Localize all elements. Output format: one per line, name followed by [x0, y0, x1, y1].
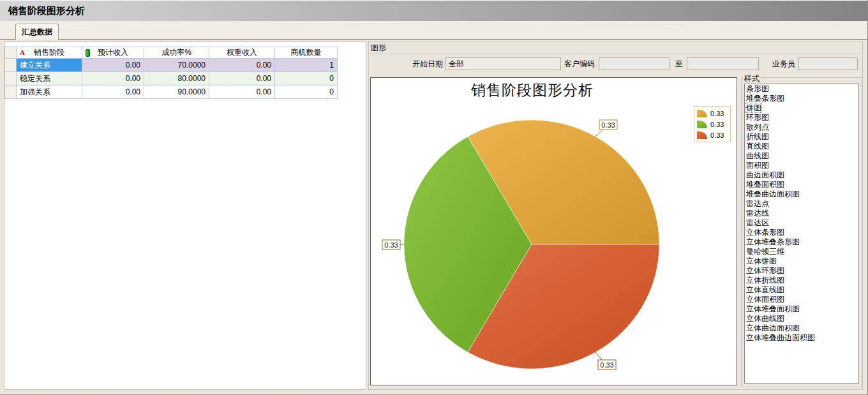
cell-weighted-income[interactable]: 0.00 [209, 86, 275, 99]
column-header-expected-income[interactable]: 预计收入 [82, 47, 144, 59]
row-indicator[interactable] [5, 72, 17, 86]
legend-value: 0.33 [710, 121, 724, 128]
chart-style-list[interactable]: 条形图堆叠条形图饼图环形图散列点折线图直线图曲线图面积图曲边面积图堆叠面积图堆叠… [744, 84, 859, 384]
style-item-label: 堆叠曲边面积图 [746, 190, 800, 198]
row-indicator[interactable] [5, 59, 17, 72]
style-item-label: 立体堆叠条形图 [746, 237, 800, 246]
style-item[interactable]: 堆叠曲边面积图 [745, 190, 858, 199]
style-item[interactable]: 雷达点 [745, 199, 858, 209]
style-item[interactable]: 立体曲线图 [745, 314, 858, 324]
column-header-label: 销售阶段 [34, 48, 64, 57]
style-item[interactable]: 立体条形图 [745, 228, 858, 237]
style-item[interactable]: 立体堆叠条形图 [745, 237, 858, 247]
style-item-label: 立体曲线图 [746, 314, 784, 323]
style-item[interactable]: 立体直线图 [745, 285, 858, 295]
style-item[interactable]: 折线图 [745, 132, 858, 142]
cell-stage[interactable]: 加强关系 [17, 86, 82, 99]
style-item[interactable]: 曲线图 [745, 151, 858, 161]
style-item[interactable]: 直线图 [745, 142, 858, 151]
cell-stage[interactable]: 稳定关系 [17, 72, 82, 86]
column-header-weighted-income[interactable]: 权重收入 [209, 47, 275, 59]
style-item[interactable]: 雷达区 [745, 218, 858, 228]
style-item[interactable]: 曲边面积图 [745, 170, 858, 180]
slice-label: 0.33 [595, 120, 617, 137]
column-header-stage[interactable]: A 销售阶段 [17, 47, 82, 59]
svg-text:0.33: 0.33 [600, 361, 613, 369]
to-label: 至 [675, 59, 684, 69]
legend-value: 0.33 [710, 131, 724, 139]
table-row[interactable]: 稳定关系0.0080.00000.000 [5, 72, 338, 86]
customer-code-label: 客户编码 [564, 59, 595, 69]
style-item[interactable]: 立体环形图 [745, 266, 858, 276]
table-row[interactable]: 建立关系0.0070.00000.001 [5, 59, 338, 72]
style-item[interactable]: 雷达线 [745, 209, 858, 218]
style-item[interactable]: 堆叠条形图 [745, 94, 858, 103]
legend-swatch-icon [697, 110, 707, 117]
style-item-label: 立体曲边面积图 [746, 324, 800, 332]
style-item-label: 立体堆叠曲边面积图 [746, 333, 815, 342]
cell-expected-income[interactable]: 0.00 [82, 59, 144, 72]
style-item-label: 折线图 [746, 132, 769, 141]
style-item[interactable]: 立体堆叠面积图 [745, 304, 858, 314]
legend-entry: 0.33 [697, 130, 730, 140]
style-item[interactable]: 面积图 [745, 161, 858, 170]
style-item[interactable]: 曼哈顿三维 [745, 247, 858, 257]
cell-success-rate[interactable]: 90.0000 [144, 86, 209, 99]
svg-text:0.33: 0.33 [384, 241, 398, 249]
style-item-label: 雷达线 [746, 209, 769, 218]
cell-opportunity-count[interactable]: 0 [275, 72, 338, 86]
style-item[interactable]: 立体堆叠曲边面积图 [745, 333, 858, 343]
cell-success-rate[interactable]: 70.0000 [144, 59, 209, 72]
style-item-label: 曼哈顿三维 [746, 247, 784, 256]
column-header-success-rate[interactable]: 成功率% [144, 47, 209, 59]
style-item-label: 雷达区 [746, 218, 769, 227]
cell-weighted-income[interactable]: 0.00 [209, 59, 275, 72]
style-item-label: 散列点 [746, 123, 769, 131]
cell-stage[interactable]: 建立关系 [17, 59, 82, 72]
style-item-label: 雷达点 [746, 199, 769, 208]
style-item[interactable]: 饼图 [745, 103, 858, 113]
cell-opportunity-count[interactable]: 1 [275, 59, 338, 72]
style-group: 样式 条形图堆叠条形图饼图环形图散列点折线图直线图曲线图面积图曲边面积图堆叠面积… [741, 77, 862, 387]
cell-expected-income[interactable]: 0.00 [82, 72, 144, 86]
style-item-label: 立体饼图 [746, 257, 777, 265]
style-item-label: 曲边面积图 [746, 170, 784, 179]
style-item[interactable]: 条形图 [745, 84, 858, 94]
chart-area: 销售阶段图形分析 0.330.330.33 0.330.330.33 [370, 77, 737, 385]
style-item[interactable]: 立体曲边面积图 [745, 324, 858, 333]
start-date-input[interactable] [445, 57, 561, 70]
style-item[interactable]: 立体面积图 [745, 295, 858, 304]
tab-summary-data[interactable]: 汇总数据 [15, 24, 59, 40]
customer-code-from-input[interactable] [599, 57, 670, 70]
style-item[interactable]: 环形图 [745, 113, 858, 123]
column-header-label: 商机数量 [291, 48, 322, 57]
style-item-label: 环形图 [746, 113, 769, 122]
cell-weighted-income[interactable]: 0.00 [209, 72, 275, 86]
style-item-label: 堆叠条形图 [746, 94, 784, 103]
pie-chart[interactable]: 0.330.330.33 [371, 78, 737, 385]
group-divider [369, 54, 862, 54]
style-item-label: 立体条形图 [746, 228, 784, 237]
customer-code-to-input[interactable] [687, 57, 759, 70]
style-item[interactable]: 堆叠面积图 [745, 180, 858, 190]
table-row[interactable]: 加强关系0.0090.00000.000 [5, 86, 338, 99]
table-header-row: A 销售阶段 预计收入 成功率% 权重收入 商机数量 [5, 47, 338, 59]
style-item-label: 曲线图 [746, 151, 769, 160]
cell-expected-income[interactable]: 0.00 [82, 86, 144, 99]
cell-success-rate[interactable]: 80.0000 [144, 72, 209, 86]
row-indicator[interactable] [5, 86, 17, 99]
style-item[interactable]: 立体饼图 [745, 257, 858, 266]
slice-label: 0.33 [595, 352, 616, 369]
style-item-label: 立体面积图 [746, 295, 784, 304]
app-window: 销售阶段图形分析 汇总数据 A 销售阶段 预计收 [0, 0, 868, 395]
style-item-label: 立体直线图 [746, 285, 784, 294]
tab-label: 汇总数据 [22, 27, 52, 36]
salesman-input[interactable] [798, 57, 858, 70]
cell-opportunity-count[interactable]: 0 [275, 86, 338, 99]
legend-swatch-icon [697, 131, 707, 139]
column-header-label: 成功率% [161, 48, 191, 57]
legend-entry: 0.33 [697, 119, 730, 130]
style-item[interactable]: 立体折线图 [745, 276, 858, 285]
column-header-opportunity-count[interactable]: 商机数量 [275, 47, 338, 59]
style-item[interactable]: 散列点 [745, 123, 858, 132]
